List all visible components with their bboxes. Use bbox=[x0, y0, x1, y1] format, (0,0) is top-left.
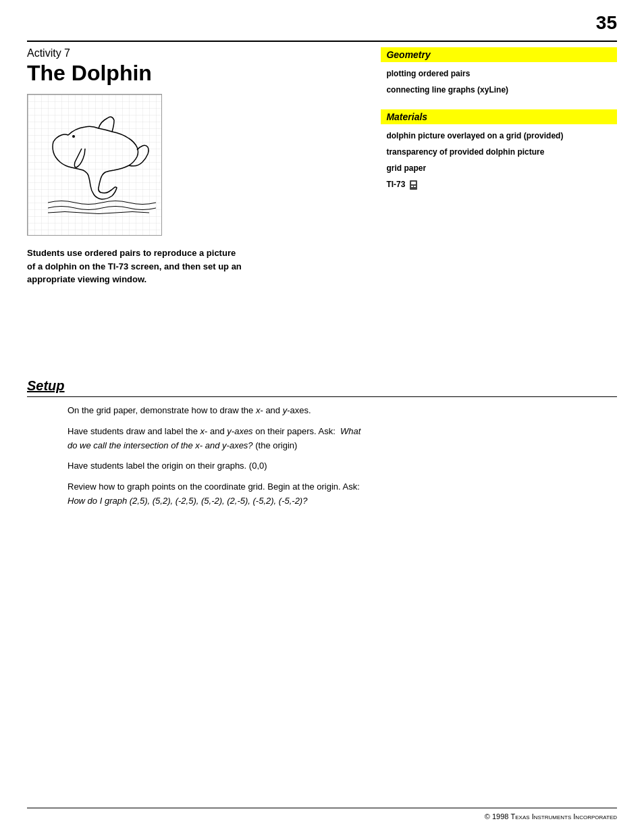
svg-point-2 bbox=[72, 135, 75, 138]
materials-items: dolphin picture overlayed on a grid (pro… bbox=[381, 130, 617, 190]
materials-item-2: transparency of provided dolphin picture bbox=[386, 146, 617, 158]
geometry-item-2: connecting line graphs (xyLine) bbox=[386, 84, 617, 96]
setup-section: Setup On the grid paper, demonstrate how… bbox=[27, 378, 617, 515]
main-content: Activity 7 The Dolphin bbox=[27, 47, 617, 793]
dolphin-image bbox=[27, 94, 162, 236]
footer: © 1998 Texas Instruments Incorporated bbox=[27, 808, 617, 820]
geometry-items: plotting ordered pairs connecting line g… bbox=[381, 68, 617, 96]
materials-item-4: TI-73 bbox=[386, 178, 617, 190]
footer-copyright: © 1998 Texas Instruments Incorporated bbox=[485, 812, 617, 820]
materials-item-1: dolphin picture overlayed on a grid (pro… bbox=[386, 130, 617, 142]
activity-label: Activity 7 bbox=[27, 47, 333, 59]
geometry-item-1: plotting ordered pairs bbox=[386, 68, 617, 80]
setup-title: Setup bbox=[27, 378, 617, 394]
setup-para-4: Review how to graph points on the coordi… bbox=[68, 480, 365, 509]
top-rule bbox=[27, 41, 617, 42]
calculator-icon bbox=[410, 180, 417, 190]
activity-title: The Dolphin bbox=[27, 61, 333, 86]
setup-para-3: Have students label the origin on their … bbox=[68, 459, 365, 473]
setup-para-2: Have students draw and label the x- and … bbox=[68, 425, 365, 453]
svg-rect-0 bbox=[28, 95, 162, 236]
geometry-header: Geometry bbox=[381, 47, 617, 62]
page-number: 35 bbox=[596, 12, 617, 34]
right-column: Geometry plotting ordered pairs connecti… bbox=[381, 47, 617, 204]
materials-item-3: grid paper bbox=[386, 162, 617, 174]
setup-para-1: On the grid paper, demonstrate how to dr… bbox=[68, 404, 365, 418]
page: 35 Activity 7 The Dolphin bbox=[0, 0, 644, 834]
setup-rule bbox=[27, 396, 617, 397]
setup-content: On the grid paper, demonstrate how to dr… bbox=[27, 404, 365, 509]
materials-header: Materials bbox=[381, 109, 617, 124]
activity-description: Students use ordered pairs to reproduce … bbox=[27, 246, 243, 286]
left-column: Activity 7 The Dolphin bbox=[27, 47, 333, 300]
